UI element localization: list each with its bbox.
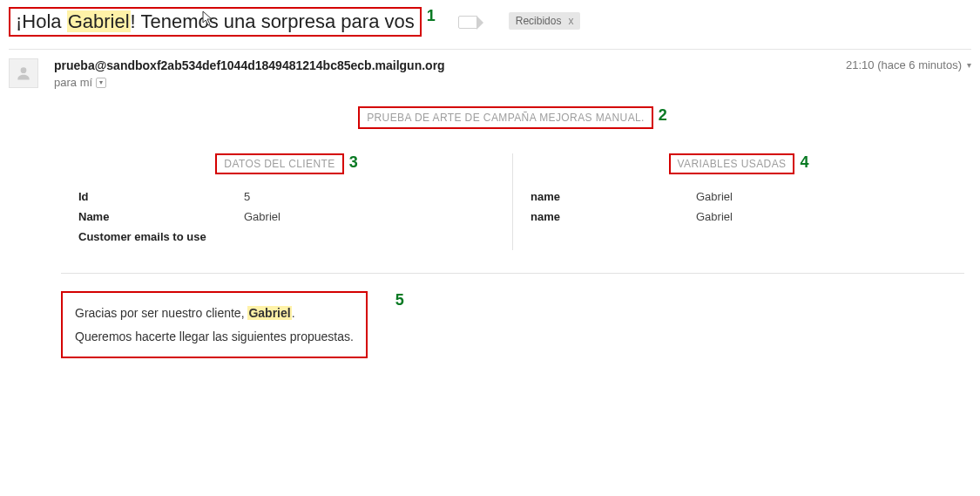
var-row: name Gabriel [531, 210, 947, 223]
label-tag-icon[interactable] [458, 16, 477, 29]
msg-line2: Queremos hacerte llegar las siguientes p… [75, 325, 354, 349]
label-name: Recibidos [516, 15, 562, 27]
client-key: Name [78, 210, 244, 223]
client-row: Customer emails to use [78, 230, 495, 243]
var-key: name [531, 210, 696, 223]
client-key: Id [78, 190, 244, 203]
label-remove-icon[interactable]: x [568, 15, 573, 27]
sender-avatar[interactable] [9, 58, 38, 88]
from-address[interactable]: prueba@sandboxf2ab534def1044d1849481214b… [54, 58, 846, 72]
label-chip[interactable]: Recibidos x [509, 12, 581, 30]
msg-line1-a: Gracias por ser nuestro cliente, [75, 306, 247, 320]
more-actions-dropdown[interactable]: ▾ [967, 60, 971, 70]
annotation-1: 1 [427, 7, 436, 25]
subject-highlight: Gabriel [67, 10, 131, 32]
var-val: Gabriel [696, 190, 733, 203]
variables-column: VARIABLES USADAS 4 name Gabriel name Gab… [512, 153, 964, 250]
annotation-4: 4 [800, 153, 808, 172]
subject-suffix: ! Tenemos una sorpresa para vos [131, 10, 415, 32]
var-key: name [531, 190, 696, 203]
client-key: Customer emails to use [78, 230, 244, 243]
subject-prefix: ¡Hola [16, 10, 67, 32]
divider [9, 49, 971, 50]
email-time: 21:10 (hace 6 minutos) [846, 58, 962, 71]
client-val: Gabriel [244, 210, 280, 223]
client-data-column: DATOS DEL CLIENTE 3 Id 5 Name Gabriel Cu… [61, 153, 512, 250]
msg-line1-name: Gabriel [247, 306, 291, 320]
client-row: Id 5 [78, 190, 495, 203]
email-body-text: Gracias por ser nuestro cliente, Gabriel… [61, 291, 368, 358]
campaign-title: PRUEBA DE ARTE DE CAMPAÑA MEJORAS MANUAL… [358, 106, 653, 129]
msg-line1-c: . [292, 306, 295, 320]
to-line-text: para mí [54, 76, 92, 89]
var-row: name Gabriel [531, 190, 947, 203]
var-val: Gabriel [696, 210, 733, 223]
body-divider [61, 273, 964, 274]
person-icon [15, 65, 32, 82]
section-header-vars: VARIABLES USADAS [669, 153, 795, 174]
email-subject: ¡Hola Gabriel! Tenemos una sorpresa para… [9, 7, 422, 37]
annotation-5: 5 [395, 291, 404, 309]
client-row: Name Gabriel [78, 210, 495, 223]
client-val: 5 [244, 190, 250, 203]
section-header-client: DATOS DEL CLIENTE [215, 153, 343, 174]
annotation-2: 2 [659, 106, 667, 125]
svg-point-0 [21, 67, 27, 73]
recipient-details-dropdown[interactable]: ▾ [96, 78, 106, 88]
annotation-3: 3 [349, 153, 358, 172]
